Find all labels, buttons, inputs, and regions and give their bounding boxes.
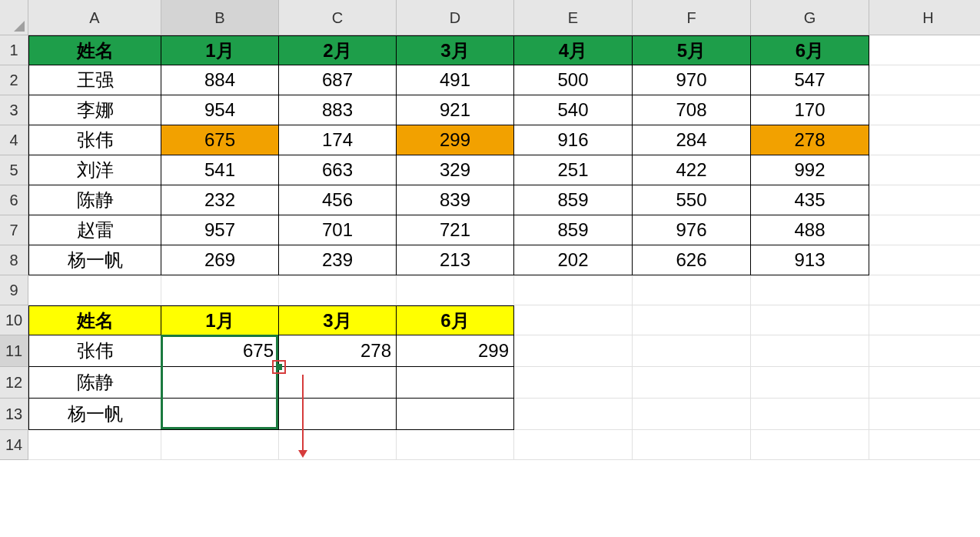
row-header-10[interactable]: 10 — [0, 305, 28, 335]
cell-B2[interactable]: 884 — [161, 65, 279, 95]
cell-G8[interactable]: 913 — [751, 245, 869, 275]
cell-A12[interactable]: 陈静 — [28, 367, 161, 399]
cell-A3[interactable]: 李娜 — [28, 95, 161, 125]
cell-A6[interactable]: 陈静 — [28, 185, 161, 215]
cell-A10[interactable]: 姓名 — [28, 305, 161, 335]
cell-G12[interactable] — [751, 367, 869, 399]
cell-E11[interactable] — [514, 335, 633, 367]
row-header-13[interactable]: 13 — [0, 399, 28, 430]
cell-D9[interactable] — [397, 275, 514, 305]
cell-F12[interactable] — [633, 367, 751, 399]
cell-C9[interactable] — [279, 275, 397, 305]
cell-D2[interactable]: 491 — [397, 65, 514, 95]
cell-D5[interactable]: 329 — [397, 155, 514, 185]
cell-A4[interactable]: 张伟 — [28, 125, 161, 155]
cell-H12[interactable] — [869, 367, 980, 399]
cell-G3[interactable]: 170 — [751, 95, 869, 125]
row-header-6[interactable]: 6 — [0, 185, 28, 215]
cell-H13[interactable] — [869, 399, 980, 430]
cell-B5[interactable]: 541 — [161, 155, 279, 185]
row-header-8[interactable]: 8 — [0, 245, 28, 275]
cell-B14[interactable] — [161, 430, 279, 460]
cell-C2[interactable]: 687 — [279, 65, 397, 95]
column-header-A[interactable]: A — [28, 0, 161, 35]
cell-C5[interactable]: 663 — [279, 155, 397, 185]
cell-F4[interactable]: 284 — [633, 125, 751, 155]
cell-H9[interactable] — [869, 275, 980, 305]
cell-C13[interactable] — [279, 399, 397, 430]
cell-E6[interactable]: 859 — [514, 185, 633, 215]
cell-E3[interactable]: 540 — [514, 95, 633, 125]
cell-E1[interactable]: 4月 — [514, 35, 633, 65]
cell-A9[interactable] — [28, 275, 161, 305]
cell-H10[interactable] — [869, 305, 980, 335]
cell-F11[interactable] — [633, 335, 751, 367]
cell-E13[interactable] — [514, 399, 633, 430]
cell-H5[interactable] — [869, 155, 980, 185]
cell-G2[interactable]: 547 — [751, 65, 869, 95]
cell-B3[interactable]: 954 — [161, 95, 279, 125]
cell-E7[interactable]: 859 — [514, 215, 633, 245]
cell-E5[interactable]: 251 — [514, 155, 633, 185]
column-header-G[interactable]: G — [751, 0, 869, 35]
cell-H7[interactable] — [869, 215, 980, 245]
cell-H11[interactable] — [869, 335, 980, 367]
cell-C8[interactable]: 239 — [279, 245, 397, 275]
cell-B11[interactable]: 675 — [161, 335, 279, 367]
cell-F9[interactable] — [633, 275, 751, 305]
cell-G14[interactable] — [751, 430, 869, 460]
row-header-5[interactable]: 5 — [0, 155, 28, 185]
cell-B6[interactable]: 232 — [161, 185, 279, 215]
cell-D11[interactable]: 299 — [397, 335, 514, 367]
cell-C14[interactable] — [279, 430, 397, 460]
cell-B1[interactable]: 1月 — [161, 35, 279, 65]
cell-H6[interactable] — [869, 185, 980, 215]
row-header-1[interactable]: 1 — [0, 35, 28, 65]
cell-B4[interactable]: 675 — [161, 125, 279, 155]
select-all-corner[interactable] — [0, 0, 28, 35]
cell-E9[interactable] — [514, 275, 633, 305]
cell-C12[interactable] — [279, 367, 397, 399]
row-header-12[interactable]: 12 — [0, 367, 28, 399]
cell-G4[interactable]: 278 — [751, 125, 869, 155]
cell-F13[interactable] — [633, 399, 751, 430]
row-header-7[interactable]: 7 — [0, 215, 28, 245]
row-header-11[interactable]: 11 — [0, 335, 28, 367]
cell-F2[interactable]: 970 — [633, 65, 751, 95]
cell-A5[interactable]: 刘洋 — [28, 155, 161, 185]
column-header-F[interactable]: F — [633, 0, 751, 35]
column-header-H[interactable]: H — [869, 0, 980, 35]
cell-D8[interactable]: 213 — [397, 245, 514, 275]
cell-B7[interactable]: 957 — [161, 215, 279, 245]
cell-D12[interactable] — [397, 367, 514, 399]
row-header-3[interactable]: 3 — [0, 95, 28, 125]
cell-A7[interactable]: 赵雷 — [28, 215, 161, 245]
cell-D6[interactable]: 839 — [397, 185, 514, 215]
cell-D3[interactable]: 921 — [397, 95, 514, 125]
cell-F5[interactable]: 422 — [633, 155, 751, 185]
cell-B13[interactable] — [161, 399, 279, 430]
row-header-14[interactable]: 14 — [0, 430, 28, 460]
cell-A2[interactable]: 王强 — [28, 65, 161, 95]
cell-F10[interactable] — [633, 305, 751, 335]
cell-H14[interactable] — [869, 430, 980, 460]
column-header-D[interactable]: D — [397, 0, 514, 35]
cell-C3[interactable]: 883 — [279, 95, 397, 125]
cell-F8[interactable]: 626 — [633, 245, 751, 275]
cell-G11[interactable] — [751, 335, 869, 367]
cell-H2[interactable] — [869, 65, 980, 95]
cell-F7[interactable]: 976 — [633, 215, 751, 245]
cell-C4[interactable]: 174 — [279, 125, 397, 155]
row-header-9[interactable]: 9 — [0, 275, 28, 305]
cell-H1[interactable] — [869, 35, 980, 65]
cell-C1[interactable]: 2月 — [279, 35, 397, 65]
cell-E12[interactable] — [514, 367, 633, 399]
cell-A11[interactable]: 张伟 — [28, 335, 161, 367]
cell-F6[interactable]: 550 — [633, 185, 751, 215]
cell-E14[interactable] — [514, 430, 633, 460]
cell-G9[interactable] — [751, 275, 869, 305]
cell-D1[interactable]: 3月 — [397, 35, 514, 65]
cell-H3[interactable] — [869, 95, 980, 125]
cell-B9[interactable] — [161, 275, 279, 305]
cell-F3[interactable]: 708 — [633, 95, 751, 125]
